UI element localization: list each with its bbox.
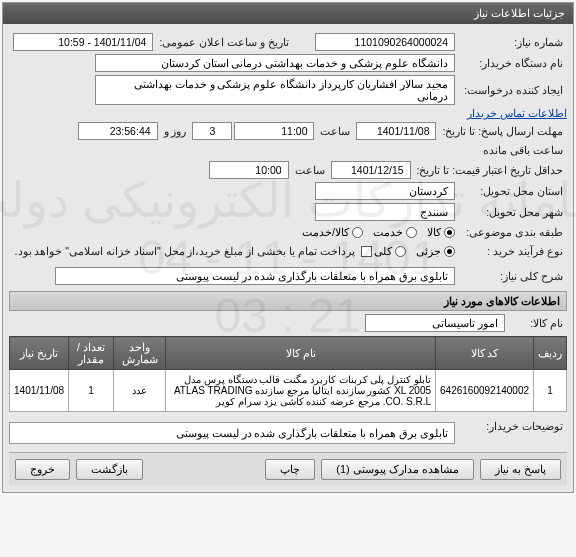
cell-index: 1: [534, 370, 567, 412]
col-name: نام کالا: [166, 337, 436, 370]
creator-value: مجید سالار افشاریان کارپرداز دانشگاه علو…: [95, 75, 455, 105]
radio-icon: [406, 227, 417, 238]
radio-icon: [395, 246, 406, 257]
cell-code: 6426160092140002: [436, 370, 534, 412]
response-deadline-date: 1401/11/08: [356, 122, 436, 140]
button-bar: پاسخ به نیاز مشاهده مدارک پیوستی (1) چاپ…: [9, 452, 567, 486]
hour-label-2: ساعت: [291, 162, 329, 178]
goods-name-label: نام کالا:: [507, 315, 567, 331]
announce-label: تاریخ و ساعت اعلان عمومی:: [155, 34, 293, 50]
announce-value: 1401/11/04 - 10:59: [13, 33, 153, 51]
details-panel: جزئیات اطلاعات نیاز سامانه تدارکات الکتر…: [2, 2, 574, 493]
exit-button[interactable]: خروج: [15, 459, 70, 480]
radio-icon: [352, 227, 363, 238]
hour-label-1: ساعت: [316, 123, 354, 139]
cell-unit: عدد: [113, 370, 166, 412]
credit-deadline-time: 10:00: [209, 161, 289, 179]
remaining-days: 3: [192, 122, 232, 140]
col-date: تاریخ نیاز: [10, 337, 69, 370]
print-button[interactable]: چاپ: [265, 459, 315, 480]
back-button[interactable]: بازگشت: [76, 459, 143, 480]
credit-deadline-date: 1401/12/15: [331, 161, 411, 179]
cell-name: تابلو کنترل پلی کربنات کاربرد مگنت قالب …: [166, 370, 436, 412]
topic-radio-group: کالا خدمت کالا/خدمت: [302, 226, 455, 238]
buyer-note-value: تابلوی برق همراه با متعلقات بارگذاری شده…: [9, 422, 455, 444]
city-label: شهر محل تحویل:: [457, 204, 567, 220]
response-deadline-time: 11:00: [234, 122, 314, 140]
col-unit: واحد شمارش: [113, 337, 166, 370]
col-index: ردیف: [534, 337, 567, 370]
topic-label: طبقه بندی موضوعی:: [457, 224, 567, 240]
table-row: 1 6426160092140002 تابلو کنترل پلی کربنا…: [10, 370, 567, 412]
goods-table: ردیف کد کالا نام کالا واحد شمارش تعداد /…: [9, 336, 567, 412]
buyer-value: دانشگاه علوم پزشکی و خدمات بهداشتی درمان…: [95, 54, 455, 72]
table-header-row: ردیف کد کالا نام کالا واحد شمارش تعداد /…: [10, 337, 567, 370]
buyer-contact-link[interactable]: اطلاعات تماس خریدار: [467, 107, 567, 119]
col-qty: تعداد / مقدار: [69, 337, 114, 370]
need-description-value: تابلوی برق همراه با متعلقات بارگذاری شده…: [55, 267, 455, 285]
buyer-note-label: توضیحات خریدار:: [457, 418, 567, 434]
buyer-label: نام دستگاه خریدار:: [457, 55, 567, 71]
province-label: استان محل تحویل:: [457, 183, 567, 199]
topic-goods-radio[interactable]: کالا: [427, 226, 455, 238]
remaining-suffix: ساعت باقی مانده: [479, 142, 567, 158]
topic-goods-service-radio[interactable]: کالا/خدمت: [302, 226, 363, 238]
process-label: نوع فرآیند خرید :: [457, 243, 567, 259]
need-number-value: 1101090264000024: [315, 33, 455, 51]
need-number-label: شماره نیاز:: [457, 34, 567, 50]
view-attachments-button[interactable]: مشاهده مدارک پیوستی (1): [321, 459, 474, 480]
cell-date: 1401/11/08: [10, 370, 69, 412]
topic-service-radio[interactable]: خدمت: [373, 226, 417, 238]
cell-qty: 1: [69, 370, 114, 412]
col-code: کد کالا: [436, 337, 534, 370]
province-value: کردستان: [315, 182, 455, 200]
city-value: سنندج: [315, 203, 455, 221]
radio-selected-icon: [444, 227, 455, 238]
process-radio-group: جزئی کلی: [374, 245, 455, 257]
panel-body: سامانه تدارکات الکترونیکی دولت 1401 - 11…: [3, 24, 573, 492]
response-deadline-label: مهلت ارسال پاسخ: تا تاریخ:: [438, 123, 567, 139]
treasury-note: پرداخت تمام یا بخشی از مبلغ خرید،از محل …: [11, 243, 359, 259]
treasury-checkbox[interactable]: [361, 246, 372, 257]
radio-selected-icon: [444, 246, 455, 257]
credit-deadline-label: حداقل تاریخ اعتبار قیمت: تا تاریخ:: [413, 162, 567, 178]
process-full-radio[interactable]: کلی: [374, 245, 406, 257]
need-description-label: شرح کلی نیاز:: [457, 268, 567, 284]
remaining-time: 23:56:44: [78, 122, 158, 140]
remaining-days-label: روز و: [160, 123, 191, 139]
goods-name-value: امور تاسیساتی: [365, 314, 505, 332]
process-partial-radio[interactable]: جزئی: [416, 245, 455, 257]
panel-title: جزئیات اطلاعات نیاز: [3, 3, 573, 24]
goods-section-header: اطلاعات کالاهای مورد نیاز: [9, 291, 567, 311]
reply-button[interactable]: پاسخ به نیاز: [480, 459, 561, 480]
creator-label: ایجاد کننده درخواست:: [457, 82, 567, 98]
